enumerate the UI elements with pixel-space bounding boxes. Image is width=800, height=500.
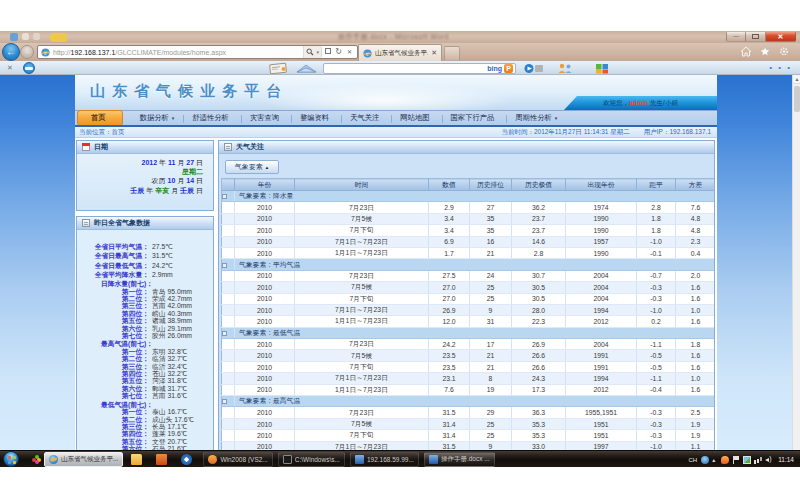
column-header[interactable]: 数值 <box>429 179 470 191</box>
browser-tab[interactable]: e 山东省气候业务平... ✕ <box>358 44 442 61</box>
table-row[interactable]: 2010 7月23日 24.2 17 26.9 2004 -1.1 <box>222 339 716 350</box>
collapse-icon[interactable] <box>222 263 227 268</box>
taskbar-clock[interactable]: 11:14 <box>778 456 794 463</box>
column-header[interactable]: 距平 <box>637 179 676 191</box>
envelope-icon[interactable] <box>295 62 319 75</box>
scrollbar-up-arrow[interactable]: ▲ <box>793 75 800 84</box>
table-row[interactable]: 2010 7月1日～7月23日 23.1 8 24.3 1994 -1.1 <box>222 373 716 384</box>
action-center-flag-icon[interactable] <box>732 456 740 464</box>
page-scrollbar[interactable]: ▲ <box>792 75 800 467</box>
bing-logo-icon[interactable]: P <box>504 64 513 73</box>
taskbar-button[interactable]: 操作手册.docx ... <box>424 452 495 467</box>
nav-tab[interactable]: 周期性分析▾ <box>506 113 566 123</box>
column-header[interactable]: 时间 <box>295 179 429 191</box>
close-button[interactable]: ✕ <box>766 32 796 42</box>
compatibility-view-icon[interactable] <box>322 46 333 58</box>
favorites-star-icon[interactable] <box>759 45 771 58</box>
column-header[interactable]: 历史极值 <box>512 179 566 191</box>
nav-tab[interactable]: 整编资料 <box>291 113 341 123</box>
element-filter-button[interactable]: 气象要素▲ <box>225 160 279 174</box>
group-expander-cell[interactable] <box>222 396 235 407</box>
column-header[interactable]: 历史排位 <box>470 179 512 191</box>
table-row[interactable]: 2010 7月5候 31.4 25 35.3 1951 -0.3 <box>222 418 716 429</box>
volume-icon[interactable] <box>765 456 773 464</box>
table-row[interactable]: 2010 7月下旬 3.4 35 23.7 1990 1.8 4 <box>222 225 716 236</box>
table-row[interactable]: 2010 1月1日～7月23日 7.6 19 17.3 2012 -0.4 <box>222 384 716 395</box>
tray-app-icon[interactable] <box>701 456 709 464</box>
toolbar-close-icon[interactable]: ✕ <box>7 64 13 72</box>
collapse-icon[interactable] <box>222 399 227 404</box>
collapse-icon[interactable] <box>222 331 227 336</box>
group-expander-cell[interactable] <box>222 259 235 270</box>
taskbar-button[interactable] <box>153 452 173 467</box>
taskbar-button[interactable]: Win2008 (VS2... <box>203 452 272 467</box>
table-row[interactable]: 2010 7月5候 3.4 35 23.7 1990 1.8 4 <box>222 213 716 224</box>
table-row[interactable]: 2010 7月1日～7月23日 26.9 9 28.0 1994 -1.0 <box>222 304 716 315</box>
toolbar-logo-icon[interactable] <box>23 62 35 74</box>
home-icon[interactable] <box>740 45 752 58</box>
calendar-segment: 日 <box>194 187 203 194</box>
language-indicator[interactable]: CH <box>688 457 699 463</box>
bing-search-box[interactable]: bing P <box>323 63 516 74</box>
table-row[interactable]: 2010 1月1日～7月23日 1.7 21 2.8 1990 -0.1 <box>222 247 716 258</box>
group-header-row[interactable]: 气象要素：最高气温 <box>222 396 716 407</box>
pinwheel-app-icon[interactable] <box>32 455 41 464</box>
taskbar-button[interactable]: C:\Windows\s... <box>278 452 345 467</box>
nav-tab[interactable]: 国家下行产品 <box>442 113 507 123</box>
table-row[interactable]: 2010 7月下旬 23.5 21 26.6 1991 -0.5 <box>222 361 716 372</box>
table-row[interactable]: 2010 7月5候 27.0 25 30.5 2004 -0.3 <box>222 282 716 293</box>
nav-tab[interactable]: 首页 <box>77 110 123 126</box>
back-button[interactable]: ← <box>2 43 20 61</box>
group-header-row[interactable]: 气象要素：降水量 <box>222 191 716 202</box>
minimize-button[interactable]: — <box>726 32 746 42</box>
show-hidden-icons-arrow[interactable]: ▴ <box>712 457 718 463</box>
scrollbar-thumb[interactable] <box>794 86 800 112</box>
search-dropdown-caret-icon[interactable]: ▾ <box>316 49 319 55</box>
refresh-icon[interactable]: ↻ <box>333 46 344 58</box>
tab-close-icon[interactable]: ✕ <box>431 49 437 57</box>
collapse-icon[interactable] <box>222 194 227 199</box>
table-row[interactable]: 2010 7月5候 23.5 21 26.6 1991 -0.5 <box>222 350 716 361</box>
group-expander-cell[interactable] <box>222 327 235 338</box>
tab-favicon: e <box>363 49 372 58</box>
stop-icon[interactable]: ✕ <box>344 46 355 58</box>
table-row[interactable]: 2010 7月下旬 31.4 25 35.3 1951 -0.3 <box>222 430 716 441</box>
table-row[interactable]: 2010 7月23日 2.9 27 36.2 1974 2.8 <box>222 202 716 213</box>
address-bar[interactable]: e http://192.168.137.1/GLCCLIMATE/module… <box>37 45 358 59</box>
table-row[interactable]: 2010 7月下旬 27.0 25 30.5 2004 -0.3 <box>222 293 716 304</box>
tray-flame-icon[interactable] <box>721 456 729 464</box>
people-icon[interactable] <box>556 63 574 74</box>
settings-gear-icon[interactable] <box>778 45 790 58</box>
card-icon[interactable] <box>269 62 291 74</box>
column-header[interactable]: 方差 <box>676 179 716 191</box>
maximize-button[interactable] <box>746 32 766 42</box>
share-video-icon[interactable] <box>524 63 544 74</box>
start-button[interactable] <box>3 451 19 467</box>
table-row[interactable]: 2010 7月1日～7月23日 6.9 16 14.6 1957 -1.0 <box>222 236 716 247</box>
nav-tab[interactable]: 灾害查询 <box>241 113 291 123</box>
nav-tab[interactable]: 网站地图 <box>391 113 441 123</box>
taskbar-button[interactable]: 192.168.59.99... <box>350 452 419 467</box>
cube-icon[interactable] <box>595 63 609 74</box>
tray-photo-icon[interactable] <box>743 456 751 464</box>
table-row[interactable]: 2010 7月23日 31.5 29 36.3 1955,1951 -0.3 <box>222 407 716 418</box>
group-header-row[interactable]: 气象要素：平均气温 <box>222 259 716 270</box>
network-icon[interactable] <box>754 456 762 464</box>
nav-tab[interactable]: 天气关注 <box>341 113 391 123</box>
group-header-row[interactable]: 气象要素：最低气温 <box>222 327 716 338</box>
column-header[interactable]: 出现年份 <box>566 179 637 191</box>
taskbar-button[interactable] <box>178 452 198 467</box>
nav-tab[interactable]: 数据分析▾ <box>131 113 184 123</box>
table-row[interactable]: 2010 1月1日～7月23日 12.0 31 22.3 2012 0.2 <box>222 316 716 327</box>
group-expander-cell[interactable] <box>222 191 235 202</box>
weather-line-label: 第七位： <box>77 392 149 399</box>
nav-tab[interactable]: 舒适性分析 <box>183 113 240 123</box>
column-header[interactable]: 年份 <box>235 179 295 191</box>
forward-button[interactable]: → <box>20 45 34 59</box>
taskbar-button[interactable]: 山东省气候业务平... <box>44 452 123 467</box>
new-tab-button[interactable] <box>444 46 460 60</box>
taskbar-button[interactable] <box>128 452 148 467</box>
table-row[interactable]: 2010 7月23日 27.5 24 30.7 2004 -0.7 <box>222 270 716 281</box>
toolbar-overflow-dots[interactable]: • • • <box>769 63 792 72</box>
search-icon[interactable] <box>306 48 314 56</box>
